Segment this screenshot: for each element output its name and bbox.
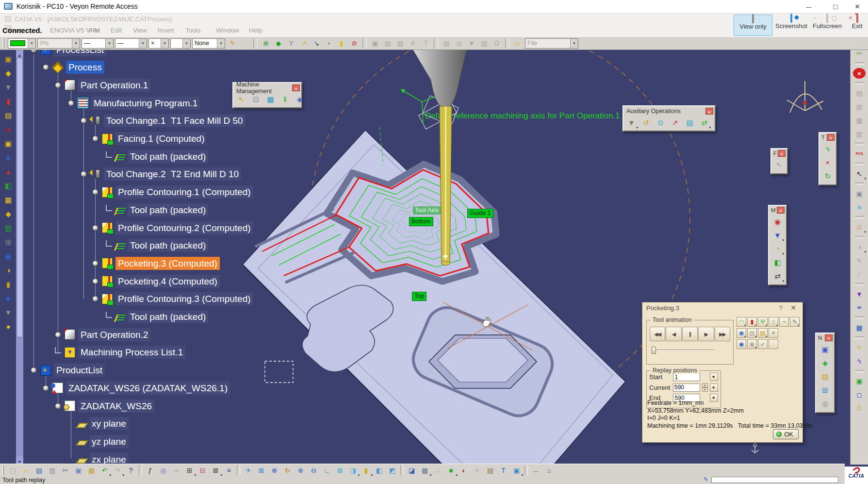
open-catalog-icon[interactable]: ▱ — [512, 38, 524, 49]
edit-links-icon[interactable]: ▤ — [441, 38, 452, 49]
ruler-cursor-icon[interactable]: ▮ — [336, 38, 347, 49]
save-icon[interactable]: ▤ — [33, 465, 45, 476]
fit-all-icon[interactable]: ⊞ — [255, 465, 267, 476]
head-change-icon[interactable]: ↺ — [640, 117, 652, 128]
manufacturing-program-icon[interactable]: ≡ — [853, 202, 866, 213]
close-palette-icon[interactable] — [825, 334, 833, 341]
tree-expander[interactable]: + — [55, 332, 61, 338]
hide-show-icon[interactable]: ◪ — [406, 465, 418, 476]
machine-simulation-icon[interactable]: ◈ — [294, 94, 306, 105]
tree-expander[interactable]: − — [92, 296, 98, 302]
iso-view-icon[interactable]: ◨▾ — [347, 465, 359, 476]
toolpath-display-icon[interactable]: Ψ▾ — [758, 317, 768, 327]
tree-expander[interactable]: − — [81, 171, 87, 177]
sheet-icon[interactable]: ▦▾ — [419, 465, 431, 476]
tree-item-label[interactable]: Tool path (packed) — [128, 203, 208, 217]
replay-play-button[interactable]: ▶ — [698, 327, 714, 341]
select-arrow-icon[interactable]: ↖▾ — [853, 168, 866, 179]
view-compass[interactable] — [787, 81, 823, 113]
tree-item-label[interactable]: yz plane — [89, 435, 129, 448]
palette-title[interactable]: Auxiliary Operations — [623, 106, 715, 116]
view-only-button[interactable]: View only — [734, 15, 772, 36]
tree-item-label[interactable]: ProductList — [54, 364, 105, 377]
measure-icon[interactable]: ↔ — [530, 465, 542, 476]
swap-visible-icon[interactable]: ◐ — [458, 465, 470, 476]
spinner-down-icon[interactable] — [702, 387, 708, 392]
ghost-slash-icon[interactable]: ∕ — [853, 269, 866, 280]
generate-nc-batch-icon[interactable]: ϟ — [853, 342, 866, 353]
properties-icon[interactable]: ▤ — [382, 38, 393, 49]
circular-approach-icon[interactable]: ◠▾ — [737, 317, 746, 327]
tree-item[interactable]: Tool path (packed) — [106, 237, 208, 254]
n-geometry-icon[interactable]: ◈ — [819, 357, 831, 368]
machining-op-icon-15[interactable]: ▣ — [2, 250, 14, 261]
line-weight-select[interactable]: — — [82, 38, 114, 49]
filter-icon[interactable]: ▼ — [466, 38, 477, 49]
annotation-icon[interactable]: ◎ — [157, 465, 169, 476]
catalog-icon[interactable]: ▤ — [484, 465, 496, 476]
save-video-icon[interactable]: ▤▾ — [747, 328, 757, 338]
tree-item[interactable]: −ZADATAK_WS26 (ZADATAK_WS26.1) — [43, 380, 230, 396]
cut-ghost-icon[interactable]: ▦ — [853, 115, 866, 126]
paste-icon[interactable]: ▦ — [85, 465, 98, 476]
palette-title[interactable]: T — [819, 133, 836, 141]
rule-icon[interactable]: ≡ — [223, 465, 235, 476]
removed-material-icon[interactable]: ▯▾ — [769, 317, 778, 327]
disabled-tool-icon[interactable]: × — [471, 465, 483, 476]
start-input[interactable] — [673, 373, 700, 381]
rotate-icon[interactable]: ↻ — [281, 465, 294, 476]
pan-icon[interactable]: ⊕ — [268, 465, 280, 476]
tree-expander[interactable]: + — [92, 278, 98, 284]
machining-op-icon-8[interactable]: ◈ — [2, 152, 14, 163]
dialog-titlebar[interactable]: Pocketing.3 ? ✕ — [642, 302, 802, 313]
video-replay-icon[interactable]: ◉ — [771, 216, 784, 227]
tree-item[interactable]: −Facing.1 (Computed) — [92, 131, 207, 147]
link-icon[interactable]: ∞ — [170, 465, 182, 476]
mill-part-icon[interactable]: ◧ — [771, 257, 784, 268]
associate-icon[interactable]: ∴ — [769, 339, 778, 349]
toolbar-grip[interactable] — [2, 38, 4, 48]
close-palette-icon[interactable] — [827, 134, 835, 141]
machining-op-icon-19[interactable]: ▼ — [2, 307, 14, 317]
scroll-down-arrow[interactable] — [16, 456, 23, 464]
start-picker-button[interactable] — [710, 373, 718, 381]
modify-tool-path-icon[interactable]: ϟ — [822, 143, 834, 154]
tree-item[interactable]: −Profile Contouring.1 (Computed) — [92, 184, 253, 200]
palette-title[interactable]: N — [816, 334, 834, 342]
layers-icon[interactable]: ▣▾ — [747, 339, 757, 349]
palette-title[interactable]: F — [771, 149, 787, 157]
structure-icon[interactable]: ⊟ — [197, 465, 209, 476]
maximize-button[interactable] — [825, 0, 846, 14]
tree-item-label[interactable]: Tool path (packed) — [128, 150, 208, 163]
symbol-select[interactable]: × — [148, 38, 169, 49]
move-element-icon[interactable]: ⊕ — [260, 38, 272, 49]
machine-editor-icon[interactable]: ⊡ — [250, 94, 262, 105]
machining-op-icon-2[interactable]: ◆ — [2, 67, 14, 78]
pin-icon[interactable]: ↗ — [298, 38, 310, 49]
tree-item-label[interactable]: Pocketing.3 (Computed) — [115, 257, 220, 270]
machining-process-view-icon[interactable]: ▼ — [853, 289, 866, 300]
machining-process-apply-icon[interactable]: ⊙▾ — [853, 222, 866, 233]
tree-item[interactable]: −Tool Change.1 T1 Face Mill D 50 — [81, 113, 246, 129]
tool-change-aux-icon[interactable]: ▼▾ — [625, 117, 638, 128]
ghost-edit-icon[interactable]: ✎ — [853, 255, 866, 266]
redo-icon[interactable]: ↷▾ — [112, 465, 124, 476]
tree-item-label[interactable]: Pocketing.4 (Computed) — [115, 275, 220, 288]
tree-item[interactable]: −Profile Contouring.3 (Computed) — [92, 291, 253, 307]
tree-expander[interactable]: − — [55, 403, 61, 409]
tree-item-label[interactable]: Manufacturing Program.1 — [91, 97, 200, 110]
tree-item-label[interactable]: ZADATAK_WS26 (ZADATAK_WS26.1) — [66, 382, 230, 395]
n-tool-icon[interactable]: ▣ — [819, 344, 831, 355]
current-input[interactable] — [673, 384, 700, 392]
tree-item-label[interactable]: xy plane — [89, 417, 129, 430]
compass-anchor-icon[interactable] — [752, 444, 758, 453]
resource-list-icon[interactable]: 80 — [853, 302, 866, 313]
machining-op-icon-1[interactable]: ▣ — [2, 53, 14, 64]
replay-pause-button[interactable]: || — [682, 327, 698, 341]
tree-item-label[interactable]: Process — [66, 61, 104, 74]
n-grid-icon[interactable]: ⊞ — [819, 384, 831, 396]
fixture-icon[interactable]: ‖ — [279, 94, 291, 105]
machining-op-icon-10[interactable]: ◧ — [2, 180, 14, 191]
delete-tool-path-icon[interactable]: × — [822, 157, 834, 168]
tree-expander[interactable]: − — [43, 64, 49, 70]
